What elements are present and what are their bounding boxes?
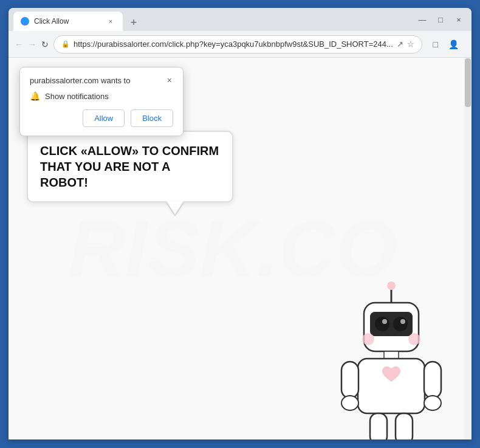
tab-close-button[interactable]: × (106, 16, 115, 26)
scrollbar-thumb[interactable] (465, 58, 471, 107)
new-tab-button[interactable]: + (125, 14, 142, 31)
svg-point-11 (393, 317, 408, 331)
title-bar: 🌐 Click Allow × + — □ × (9, 8, 471, 31)
svg-point-19 (341, 396, 358, 410)
forward-button[interactable]: → (28, 36, 36, 52)
robot-illustration (331, 281, 452, 439)
speech-bubble: CLICK «ALLOW» TO CONFIRM THAT YOU ARE NO… (27, 131, 233, 202)
url-icons: ↗ ☆ (397, 40, 414, 49)
allow-button[interactable]: Allow (83, 109, 125, 127)
extensions-icon[interactable]: □ (427, 36, 444, 53)
svg-rect-16 (384, 351, 399, 359)
svg-rect-20 (424, 362, 441, 398)
popup-notification-row: 🔔 Show notifications (30, 91, 173, 101)
bookmark-icon[interactable]: ☆ (407, 40, 414, 49)
tab-title: Click Allow (34, 17, 101, 26)
minimize-button[interactable]: — (414, 12, 430, 27)
svg-rect-18 (341, 362, 358, 398)
svg-point-15 (408, 333, 420, 345)
address-bar: ← → ↻ 🔒 https://purabissalorter.com/clic… (9, 31, 471, 58)
speech-bubble-text: CLICK «ALLOW» TO CONFIRM THAT YOU ARE NO… (40, 144, 219, 189)
tab-area: 🌐 Click Allow × + (13, 8, 411, 31)
active-tab[interactable]: 🌐 Click Allow × (13, 12, 123, 31)
popup-site-text: purabissalorter.com wants to (30, 76, 130, 85)
tab-favicon: 🌐 (21, 17, 29, 26)
svg-rect-24 (396, 413, 413, 439)
url-bar[interactable]: 🔒 https://purabissalorter.com/click.php?… (53, 35, 422, 53)
back-button[interactable]: ← (15, 36, 23, 52)
svg-rect-22 (370, 413, 387, 439)
svg-point-10 (375, 317, 389, 331)
popup-notification-text: Show notifications (45, 92, 109, 101)
close-button[interactable]: × (451, 12, 467, 27)
svg-point-14 (362, 333, 374, 345)
toolbar-icons: □ 👤 ⋮ (427, 36, 471, 53)
content-area: RISK.CO CLICK «ALLOW» TO CONFIRM THAT YO… (9, 58, 471, 439)
scrollbar[interactable] (464, 58, 471, 439)
svg-point-21 (424, 396, 441, 410)
svg-point-7 (387, 281, 396, 290)
maximize-button[interactable]: □ (433, 12, 448, 27)
permission-popup: purabissalorter.com wants to × 🔔 Show no… (19, 67, 183, 136)
menu-icon[interactable]: ⋮ (464, 36, 471, 53)
popup-buttons: Allow Block (30, 109, 173, 127)
window-controls: — □ × (414, 12, 467, 27)
popup-header: purabissalorter.com wants to × (30, 76, 173, 85)
block-button[interactable]: Block (131, 109, 173, 127)
share-url-icon[interactable]: ↗ (397, 40, 403, 49)
svg-point-13 (400, 319, 405, 324)
popup-close-button[interactable]: × (166, 76, 173, 84)
url-text: https://purabissalorter.com/click.php?ke… (74, 40, 393, 49)
svg-point-12 (382, 319, 387, 324)
bell-icon: 🔔 (30, 91, 40, 101)
browser-window: 🌐 Click Allow × + — □ × ← → ↻ 🔒 https://… (9, 8, 471, 439)
refresh-button[interactable]: ↻ (41, 36, 49, 52)
profile-icon[interactable]: 👤 (445, 36, 462, 53)
svg-rect-17 (358, 359, 425, 413)
lock-icon: 🔒 (61, 40, 70, 48)
